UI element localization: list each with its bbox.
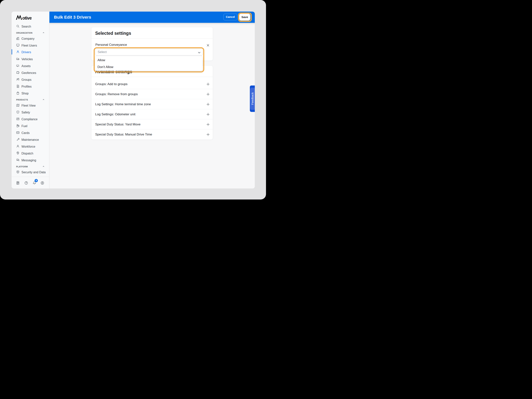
svg-text:otive: otive — [22, 16, 32, 20]
